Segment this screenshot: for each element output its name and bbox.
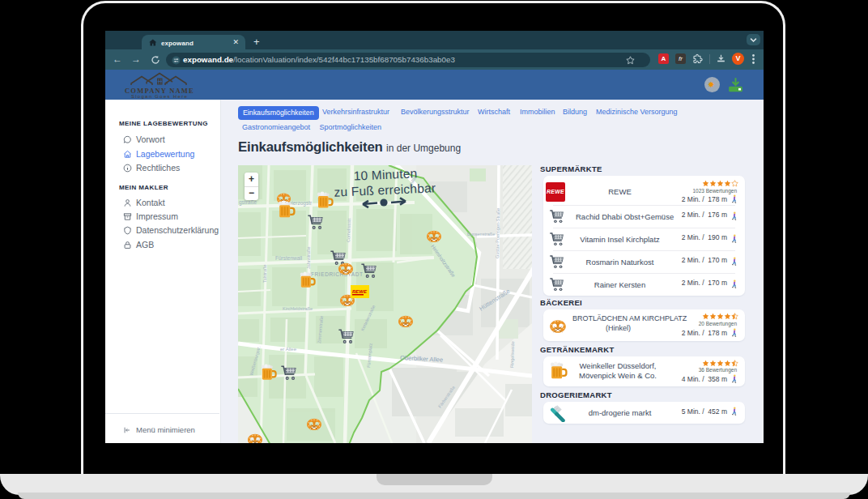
svg-text:Kirchfeldstraße: Kirchfeldstraße — [283, 306, 313, 311]
svg-text:Jahnstraße: Jahnstraße — [306, 246, 311, 269]
svg-text:gstraße: gstraße — [239, 199, 257, 206]
svg-text:er Allee: er Allee — [280, 347, 297, 352]
svg-text:Fürstenwall: Fürstenwall — [275, 255, 303, 261]
svg-text:Corneliusstr.: Corneliusstr. — [346, 217, 351, 242]
svg-text:Bunsenstraße: Bunsenstraße — [467, 232, 495, 237]
svg-text:REWE: REWE — [352, 289, 368, 294]
svg-text:Talstraße: Talstraße — [262, 264, 267, 283]
svg-text:FRIEDRICHSTADT: FRIEDRICHSTADT — [311, 271, 364, 277]
svg-text:Gustav-Poensgen-Straße: Gustav-Poensgen-Straße — [495, 208, 500, 258]
svg-text:Ringelsweide: Ringelsweide — [509, 341, 515, 368]
svg-text:Herzogstr: Herzogstr — [289, 200, 313, 207]
svg-text:10 Minuten: 10 Minuten — [353, 166, 417, 182]
